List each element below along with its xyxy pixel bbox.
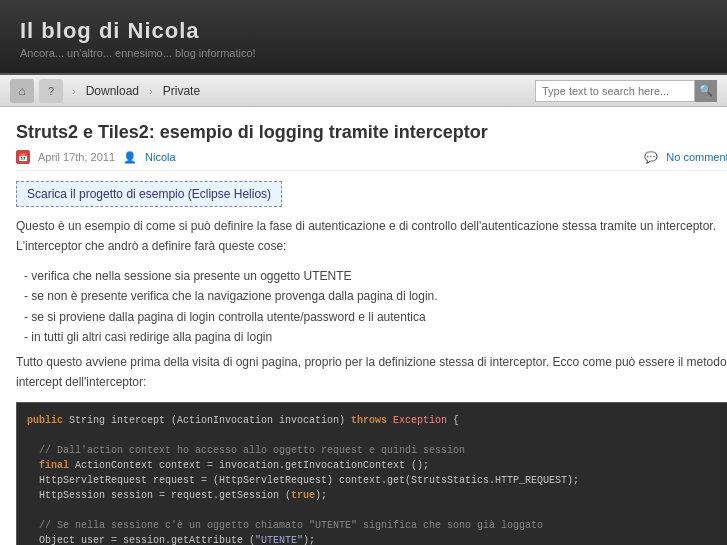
download-link[interactable]: Scarica il progetto di esempio (Eclipse … — [16, 181, 282, 207]
navbar: ⌂ ? › Download › Private 🔍 — [0, 75, 727, 107]
site-subtitle: Ancora... un'altro... ennesimo... blog i… — [20, 47, 707, 59]
list-item: verifica che nella sessione sia presente… — [24, 266, 727, 286]
nav-separator-2: › — [149, 85, 153, 97]
home-icon[interactable]: ⌂ — [10, 79, 34, 103]
comment-icon: 💬 — [644, 151, 658, 164]
question-icon[interactable]: ? — [39, 79, 63, 103]
site-title: Il blog di Nicola — [20, 18, 707, 44]
list-item: se si proviene dalla pagina di login con… — [24, 307, 727, 327]
list-item: se non è presente verifica che la naviga… — [24, 286, 727, 306]
list-item: in tutti gli altri casi redirige alla pa… — [24, 327, 727, 347]
nav-separator-1: › — [72, 85, 76, 97]
code-block: public String intercept (ActionInvocatio… — [16, 402, 727, 545]
nav-link-download[interactable]: Download — [80, 82, 145, 100]
post-date: April 17th, 2011 — [38, 151, 115, 163]
calendar-icon: 📅 — [16, 150, 30, 164]
post-meta: 📅 April 17th, 2011 👤 Nicola 💬 No comment… — [16, 150, 727, 171]
site-header: Il blog di Nicola Ancora... un'altro... … — [0, 0, 727, 75]
post-author[interactable]: Nicola — [145, 151, 176, 163]
nav-link-private[interactable]: Private — [157, 82, 206, 100]
bullet-list: verifica che nella sessione sia presente… — [24, 266, 727, 348]
post-content: Struts2 e Tiles2: esempio di logging tra… — [0, 107, 727, 545]
main-layout: Struts2 e Tiles2: esempio di logging tra… — [0, 107, 727, 545]
post-body-outro: Tutto questo avviene prima della visita … — [16, 353, 727, 391]
search-button[interactable]: 🔍 — [695, 80, 717, 102]
search-bar: 🔍 — [535, 80, 717, 102]
post-body-intro: Questo è un esempio di come si può defin… — [16, 217, 727, 255]
post-comments[interactable]: No comments — [666, 151, 727, 163]
search-input[interactable] — [535, 80, 695, 102]
post-title: Struts2 e Tiles2: esempio di logging tra… — [16, 121, 727, 144]
user-icon: 👤 — [123, 151, 137, 164]
